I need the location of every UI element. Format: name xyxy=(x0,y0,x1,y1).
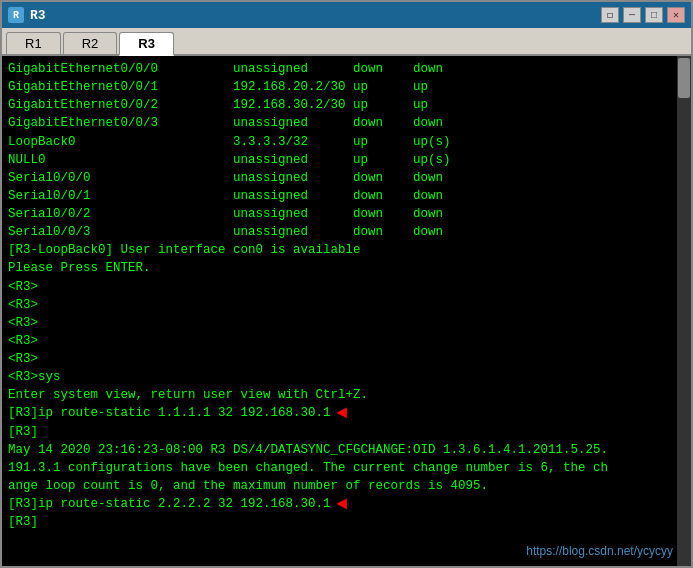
terminal-line: May 14 2020 23:16:23-08:00 R3 DS/4/DATAS… xyxy=(8,441,685,459)
terminal-line: [R3]ip route-static 2.2.2.2 32 192.168.3… xyxy=(8,495,685,513)
app-icon: R xyxy=(8,7,24,23)
maximize-btn[interactable]: □ xyxy=(645,7,663,23)
red-arrow-icon: ◄ xyxy=(337,404,348,422)
watermark: https://blog.csdn.net/ycycyy xyxy=(526,543,673,560)
minimize-btn[interactable]: ─ xyxy=(623,7,641,23)
terminal-line: Serial0/0/3 unassigned down down xyxy=(8,223,685,241)
terminal-line: 191.3.1 configurations have been changed… xyxy=(8,459,685,477)
tab-r3[interactable]: R3 xyxy=(119,32,174,56)
restore-btn[interactable]: ◻ xyxy=(601,7,619,23)
terminal-line: <R3> xyxy=(8,332,685,350)
main-window: R R3 ◻ ─ □ ✕ R1 R2 R3 GigabitEthernet0/0… xyxy=(0,0,693,568)
terminal-line: [R3] xyxy=(8,423,685,441)
terminal-line: <R3> xyxy=(8,296,685,314)
terminal-line: ange loop count is 0, and the maximum nu… xyxy=(8,477,685,495)
terminal-line: LoopBack0 3.3.3.3/32 up up(s) xyxy=(8,133,685,151)
terminal-line: [R3] xyxy=(8,513,685,531)
title-bar-left: R R3 xyxy=(8,7,46,23)
terminal-line: GigabitEthernet0/0/1 192.168.20.2/30 up … xyxy=(8,78,685,96)
terminal-line: Please Press ENTER. xyxy=(8,259,685,277)
scrollbar-thumb[interactable] xyxy=(678,58,690,98)
terminal-line: <R3> xyxy=(8,350,685,368)
scrollbar[interactable] xyxy=(677,56,691,566)
terminal-line: [R3]ip route-static 1.1.1.1 32 192.168.3… xyxy=(8,404,685,422)
terminal-line: Serial0/0/1 unassigned down down xyxy=(8,187,685,205)
terminal-line: Serial0/0/0 unassigned down down xyxy=(8,169,685,187)
close-btn[interactable]: ✕ xyxy=(667,7,685,23)
terminal-line: GigabitEthernet0/0/3 unassigned down dow… xyxy=(8,114,685,132)
terminal-line: <R3> xyxy=(8,314,685,332)
tab-r1[interactable]: R1 xyxy=(6,32,61,54)
terminal-line: <R3>sys xyxy=(8,368,685,386)
tab-r2[interactable]: R2 xyxy=(63,32,118,54)
terminal-line: [R3-LoopBack0] User interface con0 is av… xyxy=(8,241,685,259)
window-title: R3 xyxy=(30,8,46,23)
red-arrow-icon: ◄ xyxy=(337,495,348,513)
tab-bar: R1 R2 R3 xyxy=(2,28,691,56)
terminal-line: <R3> xyxy=(8,278,685,296)
terminal-line: Enter system view, return user view with… xyxy=(8,386,685,404)
terminal-output[interactable]: GigabitEthernet0/0/0 unassigned down dow… xyxy=(2,56,691,566)
terminal-line: GigabitEthernet0/0/2 192.168.30.2/30 up … xyxy=(8,96,685,114)
terminal-line: NULL0 unassigned up up(s) xyxy=(8,151,685,169)
title-bar: R R3 ◻ ─ □ ✕ xyxy=(2,2,691,28)
terminal-line: Serial0/0/2 unassigned down down xyxy=(8,205,685,223)
terminal-line: GigabitEthernet0/0/0 unassigned down dow… xyxy=(8,60,685,78)
window-controls: ◻ ─ □ ✕ xyxy=(601,7,685,23)
